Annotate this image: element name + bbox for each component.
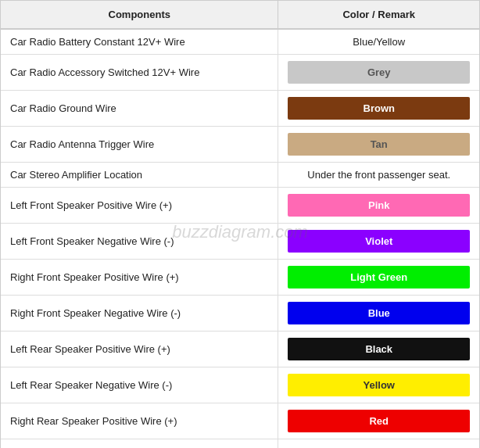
table-row: Right Rear Speaker Positive Wire (+)Red xyxy=(1,403,479,439)
table-row: Car Radio Accessory Switched 12V+ WireGr… xyxy=(1,55,479,91)
header-components: Components xyxy=(1,1,278,29)
table-row: Left Rear Speaker Positive Wire (+)Black xyxy=(1,332,479,367)
color-remark: Pink xyxy=(278,188,479,224)
main-table-container: Components Color / Remark Car Radio Batt… xyxy=(0,0,480,448)
table-row: Left Front Speaker Positive Wire (+)Pink xyxy=(1,188,479,224)
color-swatch: Light Green xyxy=(288,266,470,289)
component-name: Right Rear Speaker Positive Wire (+) xyxy=(1,403,278,439)
color-swatch: Tan xyxy=(288,133,470,156)
color-remark: Black xyxy=(278,332,479,367)
table-row: Right Rear Speaker Negative Wire (-)Whit… xyxy=(1,439,479,449)
color-swatch: Brown xyxy=(288,97,470,120)
table-row: Car Radio Ground WireBrown xyxy=(1,91,479,127)
component-name: Left Front Speaker Positive Wire (+) xyxy=(1,188,278,224)
table-header-row: Components Color / Remark xyxy=(1,1,479,29)
color-swatch: Violet xyxy=(288,230,470,253)
color-swatch: Yellow xyxy=(288,374,470,396)
color-swatch: Red xyxy=(288,410,470,432)
color-remark: Violet xyxy=(278,224,479,260)
color-remark: Grey xyxy=(278,55,479,91)
color-swatch: Black xyxy=(288,338,470,360)
header-color-remark: Color / Remark xyxy=(278,1,479,29)
component-name: Car Radio Ground Wire xyxy=(1,91,278,127)
table-row: Car Radio Antenna Trigger WireTan xyxy=(1,127,479,163)
table-row: Car Stereo Amplifier LocationUnder the f… xyxy=(1,163,479,188)
component-name: Car Stereo Amplifier Location xyxy=(1,163,278,188)
color-remark: White xyxy=(278,439,479,449)
color-remark: Tan xyxy=(278,127,479,163)
color-remark: Brown xyxy=(278,91,479,127)
table-row: Car Radio Battery Constant 12V+ WireBlue… xyxy=(1,29,479,55)
table-row: Left Front Speaker Negative Wire (-)Viol… xyxy=(1,224,479,260)
component-name: Car Radio Battery Constant 12V+ Wire xyxy=(1,29,278,55)
color-swatch: Blue xyxy=(288,302,470,324)
wiring-table: Components Color / Remark Car Radio Batt… xyxy=(1,1,479,448)
component-name: Left Rear Speaker Positive Wire (+) xyxy=(1,332,278,367)
component-name: Left Front Speaker Negative Wire (-) xyxy=(1,224,278,260)
table-row: Right Front Speaker Negative Wire (-)Blu… xyxy=(1,296,479,332)
color-swatch: Pink xyxy=(288,194,470,217)
table-wrapper: buzzdiagram.com Components Color / Remar… xyxy=(0,0,480,448)
component-name: Left Rear Speaker Negative Wire (-) xyxy=(1,367,278,403)
color-swatch: Grey xyxy=(288,61,470,84)
component-name: Car Radio Accessory Switched 12V+ Wire xyxy=(1,55,278,91)
table-row: Right Front Speaker Positive Wire (+)Lig… xyxy=(1,260,479,296)
color-remark: Yellow xyxy=(278,367,479,403)
component-name: Right Front Speaker Positive Wire (+) xyxy=(1,260,278,296)
color-remark: Blue/Yellow xyxy=(278,29,479,55)
color-remark: Red xyxy=(278,403,479,439)
component-name: Right Rear Speaker Negative Wire (-) xyxy=(1,439,278,449)
color-remark: Light Green xyxy=(278,260,479,296)
table-row: Left Rear Speaker Negative Wire (-)Yello… xyxy=(1,367,479,403)
component-name: Right Front Speaker Negative Wire (-) xyxy=(1,296,278,332)
color-remark: Blue xyxy=(278,296,479,332)
component-name: Car Radio Antenna Trigger Wire xyxy=(1,127,278,163)
color-remark: Under the front passenger seat. xyxy=(278,163,479,188)
